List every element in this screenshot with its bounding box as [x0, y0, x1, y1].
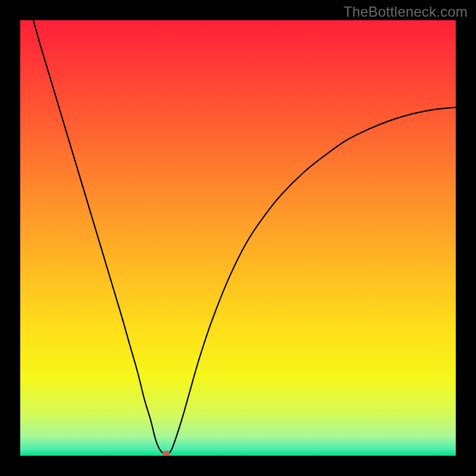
gradient-background	[20, 20, 456, 456]
chart-area	[20, 20, 456, 456]
watermark-text: TheBottleneck.com	[343, 4, 468, 20]
chart-svg	[20, 20, 456, 456]
